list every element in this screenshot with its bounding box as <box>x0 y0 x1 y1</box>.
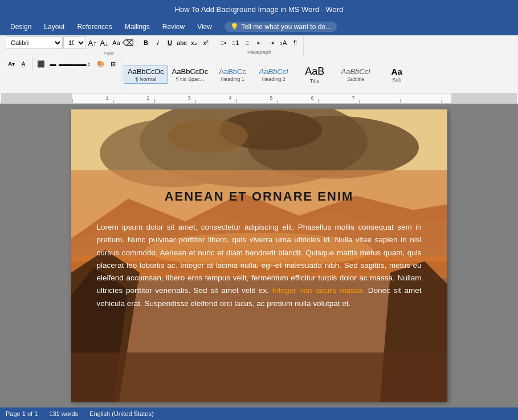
search-text: Tell me what you want to do... <box>241 23 331 31</box>
toolbar-row1: Calibri 10.5 A↑ A↓ Aa ⌫ B I U abc x₂ x² … <box>0 35 518 56</box>
word-count: 131 words <box>49 410 78 417</box>
ribbon: Calibri 10.5 A↑ A↓ Aa ⌫ B I U abc x₂ x² … <box>0 35 518 93</box>
menu-mailings[interactable]: Mailings <box>119 21 156 33</box>
body-text-highlight: Integer non iaculis massa. <box>272 286 365 295</box>
style-subtitle-preview: AaBbCcI <box>341 67 370 76</box>
text-highlight-button[interactable]: A▾ <box>6 58 17 70</box>
svg-text:2: 2 <box>146 95 149 101</box>
bullets-button[interactable]: ≡• <box>218 37 229 48</box>
style-heading1[interactable]: AaBbCc Heading 1 <box>212 66 253 84</box>
borders-button[interactable]: ⊞ <box>107 58 119 70</box>
menu-layout[interactable]: Layout <box>38 21 70 33</box>
title-bar: How To Add Background Image in MS Word -… <box>0 0 518 18</box>
style-no-spacing-preview: AaBbCcDc <box>172 67 209 76</box>
style-title[interactable]: AaB Title <box>294 64 335 85</box>
style-sub-label: Sub <box>392 77 401 83</box>
style-title-preview: AaB <box>305 66 324 78</box>
svg-rect-35 <box>71 353 447 402</box>
page-content: AENEAN ET ORNARE ENIM Lorem ipsum dolor … <box>71 109 447 327</box>
font-size-select[interactable]: 10.5 <box>63 36 86 49</box>
italic-button[interactable]: I <box>152 37 164 48</box>
styles-section: AaBbCcDc ¶ Normal AaBbCcDc ¶ No Spac... … <box>121 56 515 93</box>
format-row-section: A▾ A ⬛ ▬ ▬▬ ▬▬▬ ↕ 🎨 ⊞ <box>3 56 121 93</box>
font-section: Calibri 10.5 A↑ A↓ Aa ⌫ B I U abc x₂ x² … <box>3 35 214 58</box>
paragraph-section-label: Paragraph <box>247 50 271 55</box>
style-title-label: Title <box>310 78 320 84</box>
doc-body: Lorem ipsum dolor sit amet, consectetur … <box>97 221 422 310</box>
menu-review[interactable]: Review <box>157 21 190 33</box>
style-heading2[interactable]: AaBbCcI Heading 2 <box>253 66 294 84</box>
title-text: How To Add Background Image in MS Word -… <box>175 5 344 14</box>
style-subtitle[interactable]: AaBbCcI Subtitle <box>335 66 376 84</box>
bold-button[interactable]: B <box>140 37 152 48</box>
shading-button[interactable]: 🎨 <box>95 58 107 70</box>
show-hide-button[interactable]: ¶ <box>289 37 301 48</box>
change-case-button[interactable]: Aa <box>111 37 122 48</box>
font-grow-button[interactable]: A↑ <box>87 37 98 48</box>
style-normal[interactable]: AaBbCcDc ¶ Normal <box>124 66 168 84</box>
svg-text:5: 5 <box>270 95 272 101</box>
svg-text:7: 7 <box>352 95 354 101</box>
page: AENEAN ET ORNARE ENIM Lorem ipsum dolor … <box>71 109 447 402</box>
doc-heading: AENEAN ET ORNARE ENIM <box>97 189 422 204</box>
document-area[interactable]: AENEAN ET ORNARE ENIM Lorem ipsum dolor … <box>0 104 518 407</box>
menu-design[interactable]: Design <box>5 21 37 33</box>
strikethrough-button[interactable]: abc <box>176 37 187 48</box>
align-center-button[interactable]: ▬ <box>47 58 59 70</box>
language: English (United States) <box>89 410 154 417</box>
paragraph-tools: ≡• ≡1 ≡ ⇤ ⇥ ↕A ¶ <box>218 37 301 48</box>
style-no-spacing[interactable]: AaBbCcDc ¶ No Spac... <box>168 66 213 84</box>
help-search[interactable]: 💡 Tell me what you want to do... <box>225 22 337 32</box>
menu-references[interactable]: References <box>71 21 117 33</box>
style-heading1-preview: AaBbCc <box>219 67 246 76</box>
decrease-indent-button[interactable]: ⇤ <box>254 37 265 48</box>
style-normal-label: ¶ Normal <box>136 76 156 82</box>
separator2 <box>32 57 32 71</box>
format-row-tools: A▾ A ⬛ ▬ ▬▬ ▬▬▬ ↕ 🎨 ⊞ <box>6 57 119 71</box>
ruler-svg: 1 2 3 4 5 6 7 <box>1 93 517 104</box>
menu-view[interactable]: View <box>191 21 218 33</box>
numbering-button[interactable]: ≡1 <box>230 37 241 48</box>
menu-bar: Design Layout References Mailings Review… <box>0 18 518 35</box>
subscript-button[interactable]: x₂ <box>188 37 199 48</box>
svg-text:1: 1 <box>105 95 108 101</box>
svg-rect-2 <box>451 93 517 104</box>
style-normal-preview: AaBbCcDc <box>128 67 164 76</box>
font-tools: Calibri 10.5 A↑ A↓ Aa ⌫ B I U abc x₂ x² <box>6 36 211 50</box>
separator1 <box>137 36 137 50</box>
style-subtitle-label: Subtitle <box>347 76 364 82</box>
style-heading2-label: Heading 2 <box>262 76 285 82</box>
style-heading2-preview: AaBbCcI <box>259 67 288 76</box>
font-name-select[interactable]: Calibri <box>6 36 63 49</box>
body-text-main: Lorem ipsum dolor sit amet, consectetur … <box>97 223 422 295</box>
svg-text:6: 6 <box>311 95 313 101</box>
page-count: Page 1 of 1 <box>6 410 38 417</box>
line-spacing-button[interactable]: ↕ <box>83 58 95 70</box>
font-color-button[interactable]: A <box>18 58 29 70</box>
svg-text:4: 4 <box>229 95 231 101</box>
align-justify-button[interactable]: ▬▬▬ <box>71 58 83 70</box>
multilevel-button[interactable]: ≡ <box>242 37 253 48</box>
font-shrink-button[interactable]: A↓ <box>99 37 110 48</box>
style-sub[interactable]: Aa Sub <box>376 65 417 84</box>
style-no-spacing-label: ¶ No Spac... <box>176 76 204 82</box>
increase-indent-button[interactable]: ⇥ <box>266 37 277 48</box>
superscript-button[interactable]: x² <box>200 37 211 48</box>
svg-rect-1 <box>1 93 72 104</box>
status-bar: Page 1 of 1 131 words English (United St… <box>0 407 518 420</box>
clear-format-button[interactable]: ⌫ <box>123 37 134 48</box>
toolbar-row2-wrapper: A▾ A ⬛ ▬ ▬▬ ▬▬▬ ↕ 🎨 ⊞ AaBbCcDc ¶ Normal … <box>0 56 518 93</box>
style-heading1-label: Heading 1 <box>221 76 244 82</box>
align-left-button[interactable]: ⬛ <box>35 58 47 70</box>
paragraph-section: ≡• ≡1 ≡ ⇤ ⇥ ↕A ¶ Paragraph <box>215 36 304 56</box>
svg-text:3: 3 <box>187 95 190 101</box>
style-sub-preview: Aa <box>391 67 402 76</box>
underline-button[interactable]: U <box>164 37 176 48</box>
svg-rect-0 <box>1 93 517 104</box>
sort-button[interactable]: ↕A <box>278 37 289 48</box>
lightbulb-icon: 💡 <box>230 23 239 31</box>
ruler: 1 2 3 4 5 6 7 <box>0 93 518 104</box>
